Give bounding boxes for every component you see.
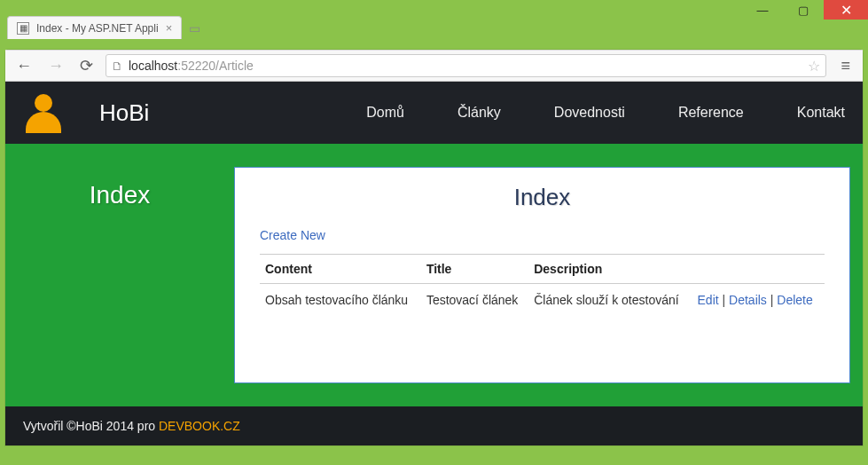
separator: | (723, 293, 730, 307)
nav-dovednosti[interactable]: Dovednosti (554, 105, 625, 121)
nav-kontakt[interactable]: Kontakt (797, 105, 845, 121)
card: Index Create New Content Title Descripti… (234, 167, 850, 383)
menu-button[interactable]: ≡ (835, 55, 856, 77)
cell-title: Testovací článek (421, 284, 528, 317)
delete-link[interactable]: Delete (777, 293, 812, 307)
col-content: Content (260, 255, 421, 284)
nav-reference[interactable]: Reference (678, 105, 744, 121)
new-tab-button[interactable]: ▭ (182, 18, 207, 39)
content-area: Index Index Create New Content Title Des… (5, 144, 863, 406)
nav-links: Domů Články Dovednosti Reference Kontakt (220, 105, 845, 121)
tab-bar: ▦ Index - My ASP.NET Appli × ▭ (0, 11, 868, 39)
bookmark-star-icon[interactable]: ☆ (808, 58, 820, 75)
url-port: :52220 (177, 59, 215, 73)
site-footer: Vytvořil ©HoBi 2014 pro DEVBOOK.CZ (5, 406, 863, 445)
col-title: Title (421, 255, 528, 284)
col-actions (692, 255, 825, 284)
avatar-icon (23, 92, 64, 133)
col-description: Description (528, 255, 692, 284)
table-row: Obsah testovacího článku Testovací článe… (260, 284, 825, 317)
cell-actions: Edit | Details | Delete (692, 284, 825, 317)
url-path: /Article (215, 59, 254, 73)
page-body: HoBi Domů Články Dovednosti Reference Ko… (5, 82, 863, 445)
table-header-row: Content Title Description (260, 255, 825, 284)
address-bar[interactable]: 🗋 localhost:52220/Article ☆ (106, 54, 826, 77)
details-link[interactable]: Details (729, 293, 767, 307)
page-icon: ▦ (17, 22, 29, 35)
browser-window: — ▢ ✕ ▦ Index - My ASP.NET Appli × ▭ ← →… (0, 0, 868, 465)
browser-chrome: ← → ⟳ 🗋 localhost:52220/Article ☆ ≡ HoBi… (5, 50, 863, 445)
create-new-link[interactable]: Create New (260, 228, 325, 242)
back-button[interactable]: ← (12, 55, 35, 77)
page-title: Index (18, 167, 222, 383)
reload-button[interactable]: ⟳ (76, 54, 97, 77)
site-header: HoBi Domů Články Dovednosti Reference Ko… (5, 82, 863, 144)
footer-text: Vytvořil ©HoBi 2014 pro (23, 419, 159, 433)
devbook-link[interactable]: DEVBOOK.CZ (159, 419, 240, 433)
cell-content: Obsah testovacího článku (260, 284, 421, 317)
url-host: localhost (129, 59, 177, 73)
toolbar: ← → ⟳ 🗋 localhost:52220/Article ☆ ≡ (5, 50, 863, 82)
cell-description: Článek slouží k otestování (528, 284, 692, 317)
tab-title: Index - My ASP.NET Appli (36, 22, 159, 35)
card-title: Index (260, 184, 825, 211)
edit-link[interactable]: Edit (698, 293, 719, 307)
nav-clanky[interactable]: Články (457, 105, 501, 121)
browser-tab[interactable]: ▦ Index - My ASP.NET Appli × (7, 16, 182, 39)
file-icon: 🗋 (112, 59, 123, 73)
brand[interactable]: HoBi (99, 99, 149, 127)
forward-button[interactable]: → (44, 55, 67, 77)
tab-close-icon[interactable]: × (166, 21, 173, 35)
articles-table: Content Title Description Obsah testovac… (260, 254, 825, 316)
nav-domu[interactable]: Domů (366, 105, 404, 121)
